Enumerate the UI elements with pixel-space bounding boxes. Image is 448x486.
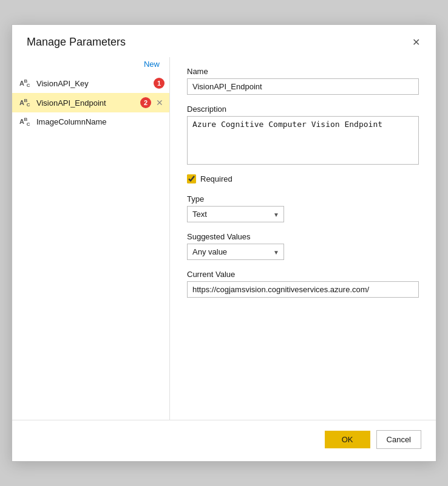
dialog-footer: OK Cancel — [12, 420, 436, 461]
param-type-icon-2: ABC — [19, 98, 33, 108]
param-item-imagecolumn-name[interactable]: ABC ImageColumnName — [12, 112, 169, 131]
name-input[interactable] — [187, 78, 419, 95]
param-label-imagecolumn-name: ImageColumnName — [36, 117, 165, 126]
dialog-title: Manage Parameters — [27, 36, 126, 49]
current-value-input[interactable] — [187, 281, 419, 298]
param-badge-2: 2 — [140, 97, 151, 108]
cancel-button[interactable]: Cancel — [376, 430, 421, 449]
dialog-title-bar: Manage Parameters ✕ — [12, 25, 436, 55]
name-label: Name — [187, 67, 419, 76]
type-label: Type — [187, 194, 419, 204]
suggested-select-wrapper: Any value List of values Query ▼ — [187, 244, 284, 260]
param-delete-button[interactable]: ✕ — [155, 98, 165, 108]
left-panel: New ABC VisionAPI_Key 1 ABC VisionAPI_En… — [12, 57, 170, 420]
param-type-icon-3: ABC — [19, 117, 33, 127]
required-label: Required — [200, 174, 232, 183]
description-textarea[interactable]: Azure Cognitive Computer Vision Endpoint — [187, 116, 419, 165]
required-checkbox[interactable] — [187, 174, 196, 183]
required-row: Required — [187, 174, 419, 183]
type-select-wrapper: Text Number Decimal Number Date/Time Dat… — [187, 206, 284, 222]
param-list: ABC VisionAPI_Key 1 ABC VisionAPI_Endpoi… — [12, 74, 169, 420]
close-button[interactable]: ✕ — [409, 36, 424, 49]
param-item-visionapi-endpoint[interactable]: ABC VisionAPI_Endpoint 2 ✕ — [12, 93, 169, 112]
param-item-visionapi-key[interactable]: ABC VisionAPI_Key 1 — [12, 74, 169, 93]
manage-parameters-dialog: Manage Parameters ✕ New ABC VisionAPI_Ke… — [12, 24, 436, 462]
right-panel: Name Description Azure Cognitive Compute… — [170, 57, 436, 420]
suggested-select[interactable]: Any value List of values Query — [187, 244, 284, 260]
param-badge-1: 1 — [154, 78, 165, 89]
current-value-label: Current Value — [187, 270, 419, 279]
type-select[interactable]: Text Number Decimal Number Date/Time Dat… — [187, 206, 284, 222]
suggested-label: Suggested Values — [187, 232, 419, 241]
param-label-visionapi-key: VisionAPI_Key — [36, 79, 149, 88]
description-label: Description — [187, 104, 419, 114]
dialog-body: New ABC VisionAPI_Key 1 ABC VisionAPI_En… — [12, 55, 436, 420]
param-label-visionapi-endpoint: VisionAPI_Endpoint — [36, 98, 135, 108]
ok-button[interactable]: OK — [325, 431, 370, 448]
param-type-icon-1: ABC — [19, 78, 33, 89]
new-link[interactable]: New — [12, 57, 169, 74]
